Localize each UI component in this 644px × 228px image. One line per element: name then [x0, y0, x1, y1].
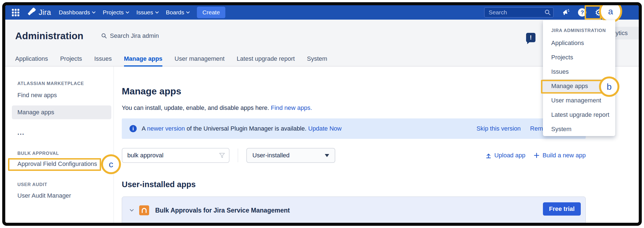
tab-applications[interactable]: Applications — [15, 52, 48, 67]
app-logo-icon — [139, 205, 149, 215]
sidebar-item-find-new-apps[interactable]: Find new apps — [5, 88, 114, 102]
sidebar-overflow[interactable]: ... — [5, 119, 114, 136]
expand-chevron-icon[interactable] — [130, 208, 134, 211]
sidebar-section-bulk-approval: BULK APPROVAL — [5, 151, 114, 156]
app-title: Bulk Approvals for Jira Service Manageme… — [155, 207, 290, 214]
sidebar: ATLASSIAN MARKETPLACE Find new apps Mana… — [5, 67, 114, 223]
upgrade-banner: i A newer version of the Universal Plugi… — [122, 118, 586, 139]
tab-projects[interactable]: Projects — [60, 52, 82, 67]
chevron-down-icon — [92, 10, 96, 14]
main-heading: Manage apps — [122, 86, 586, 97]
filter-actions: Upload app Build a new app — [485, 152, 586, 159]
plus-icon — [534, 152, 540, 158]
app-category-select[interactable]: User-installed — [246, 148, 335, 163]
select-arrow-icon — [325, 154, 329, 157]
app-switcher-icon[interactable] — [12, 9, 19, 16]
help-icon[interactable]: ? — [578, 8, 586, 17]
info-icon: i — [130, 125, 137, 132]
jira-logo-icon — [27, 8, 36, 17]
free-trial-button[interactable]: Free trial — [543, 202, 581, 216]
global-search-input[interactable] — [484, 7, 554, 18]
menu-item-projects[interactable]: Projects — [543, 50, 615, 65]
app-row[interactable]: Bulk Approvals for Jira Service Manageme… — [122, 197, 586, 223]
annotation-callout-b: b — [599, 76, 619, 97]
top-navigation-bar: Jira Dashboards Projects Issues Boards C… — [5, 5, 639, 20]
newer-version-link[interactable]: newer version — [147, 125, 185, 132]
global-search — [484, 7, 554, 18]
sidebar-item-approval-field-configurations[interactable]: Approval Field Configurations — [5, 157, 114, 171]
build-new-app-link[interactable]: Build a new app — [534, 152, 586, 159]
menu-item-issues[interactable]: Issues — [543, 65, 615, 79]
admin-search-icon — [101, 33, 107, 39]
jira-window: Jira Dashboards Projects Issues Boards C… — [5, 5, 639, 223]
update-now-link[interactable]: Update Now — [308, 125, 342, 132]
nav-dashboards[interactable]: Dashboards — [59, 9, 95, 16]
search-icon — [544, 9, 551, 16]
tab-user-management[interactable]: User management — [175, 52, 225, 67]
tab-issues[interactable]: Issues — [94, 52, 112, 67]
page-title: Administration — [15, 30, 83, 41]
menu-header: JIRA ADMINISTRATION — [543, 28, 615, 36]
nav-right-cluster: ? ⚙ — [484, 7, 603, 18]
sidebar-item-user-audit-manager[interactable]: User Audit Manager — [5, 189, 114, 203]
tab-latest-upgrade-report[interactable]: Latest upgrade report — [237, 52, 295, 67]
annotation-callout-c: c — [101, 154, 121, 174]
upload-icon — [485, 152, 492, 158]
app-filter — [122, 148, 229, 163]
chevron-down-icon — [155, 10, 159, 14]
banner-text: A newer version of the Universal Plugin … — [142, 125, 342, 132]
menu-item-system[interactable]: System — [543, 122, 615, 136]
chevron-down-icon — [186, 10, 190, 14]
sidebar-section-marketplace: ATLASSIAN MARKETPLACE — [5, 81, 114, 86]
find-new-apps-link[interactable]: Find new apps. — [271, 104, 312, 111]
nav-projects[interactable]: Projects — [103, 9, 129, 16]
menu-item-applications[interactable]: Applications — [543, 36, 615, 50]
upload-app-link[interactable]: Upload app — [485, 152, 526, 159]
jira-logo-text: Jira — [39, 8, 51, 17]
sidebar-section-user-audit: USER AUDIT — [5, 182, 114, 187]
tab-system[interactable]: System — [307, 52, 327, 67]
nav-boards[interactable]: Boards — [166, 9, 189, 16]
main-description: You can install, update, enable, and dis… — [122, 104, 586, 112]
jira-logo[interactable]: Jira — [27, 8, 51, 17]
create-button[interactable]: Create — [197, 7, 225, 18]
skip-this-version-link[interactable]: Skip this version — [476, 125, 521, 132]
screenshot-frame: Jira Dashboards Projects Issues Boards C… — [2, 2, 642, 226]
section-heading: User-installed apps — [122, 180, 586, 189]
filter-icon — [219, 152, 225, 158]
tab-manage-apps[interactable]: Manage apps — [124, 52, 162, 67]
admin-search[interactable]: Search Jira admin — [101, 32, 159, 39]
app-filter-input[interactable] — [122, 148, 229, 163]
divider — [238, 149, 238, 162]
chevron-down-icon — [126, 10, 129, 14]
feedback-icon[interactable]: ! — [526, 33, 535, 42]
announcements-icon[interactable] — [562, 9, 570, 16]
sidebar-item-manage-apps[interactable]: Manage apps — [12, 105, 111, 119]
filter-row: User-installed Upload app — [122, 148, 586, 163]
nav-issues[interactable]: Issues — [136, 9, 158, 16]
menu-item-latest-upgrade-report[interactable]: Latest upgrade report — [543, 108, 615, 122]
